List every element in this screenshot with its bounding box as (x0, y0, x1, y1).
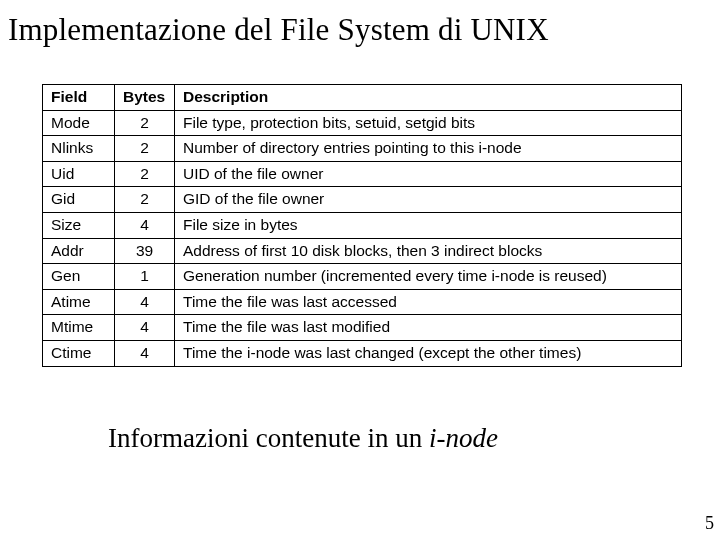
cell-desc: Time the i-node was last changed (except… (175, 340, 682, 366)
slide-title: Implementazione del File System di UNIX (8, 12, 712, 48)
caption-italic-term: i-node (429, 423, 498, 453)
cell-bytes: 2 (115, 161, 175, 187)
cell-desc: GID of the file owner (175, 187, 682, 213)
cell-field: Nlinks (43, 136, 115, 162)
cell-field: Mtime (43, 315, 115, 341)
table-row: Ctime 4 Time the i-node was last changed… (43, 340, 682, 366)
cell-desc: Address of first 10 disk blocks, then 3 … (175, 238, 682, 264)
table-row: Gen 1 Generation number (incremented eve… (43, 264, 682, 290)
table-header-row: Field Bytes Description (43, 85, 682, 111)
cell-bytes: 2 (115, 110, 175, 136)
page-number: 5 (705, 513, 714, 534)
table-row: Gid 2 GID of the file owner (43, 187, 682, 213)
table-row: Size 4 File size in bytes (43, 212, 682, 238)
cell-desc: UID of the file owner (175, 161, 682, 187)
cell-field: Gid (43, 187, 115, 213)
cell-desc: Time the file was last modified (175, 315, 682, 341)
cell-field: Mode (43, 110, 115, 136)
caption-text: Informazioni contenute in un (108, 423, 429, 453)
cell-desc: File type, protection bits, setuid, setg… (175, 110, 682, 136)
cell-bytes: 4 (115, 315, 175, 341)
cell-bytes: 1 (115, 264, 175, 290)
col-header-description: Description (175, 85, 682, 111)
col-header-field: Field (43, 85, 115, 111)
table-row: Atime 4 Time the file was last accessed (43, 289, 682, 315)
cell-bytes: 4 (115, 212, 175, 238)
table-row: Mode 2 File type, protection bits, setui… (43, 110, 682, 136)
cell-bytes: 2 (115, 187, 175, 213)
col-header-bytes: Bytes (115, 85, 175, 111)
cell-field: Size (43, 212, 115, 238)
slide: Implementazione del File System di UNIX … (0, 0, 720, 540)
table-row: Uid 2 UID of the file owner (43, 161, 682, 187)
cell-bytes: 4 (115, 289, 175, 315)
cell-field: Addr (43, 238, 115, 264)
inode-fields-table: Field Bytes Description Mode 2 File type… (42, 84, 682, 367)
cell-field: Ctime (43, 340, 115, 366)
table-row: Nlinks 2 Number of directory entries poi… (43, 136, 682, 162)
cell-desc: File size in bytes (175, 212, 682, 238)
cell-bytes: 39 (115, 238, 175, 264)
cell-field: Gen (43, 264, 115, 290)
cell-field: Atime (43, 289, 115, 315)
cell-desc: Generation number (incremented every tim… (175, 264, 682, 290)
table-row: Addr 39 Address of first 10 disk blocks,… (43, 238, 682, 264)
cell-desc: Time the file was last accessed (175, 289, 682, 315)
figure-caption: Informazioni contenute in un i-node (8, 423, 712, 454)
cell-bytes: 2 (115, 136, 175, 162)
table-container: Field Bytes Description Mode 2 File type… (8, 84, 712, 367)
cell-bytes: 4 (115, 340, 175, 366)
cell-desc: Number of directory entries pointing to … (175, 136, 682, 162)
table-row: Mtime 4 Time the file was last modified (43, 315, 682, 341)
cell-field: Uid (43, 161, 115, 187)
